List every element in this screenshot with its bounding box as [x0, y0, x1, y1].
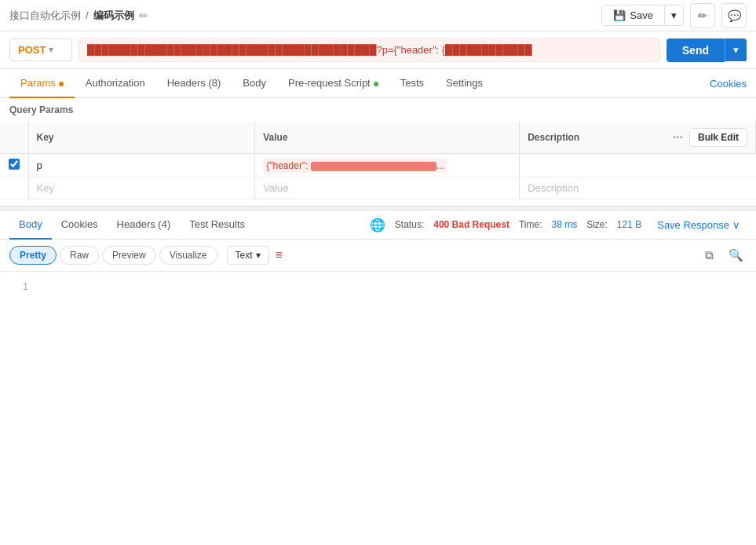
copy-button[interactable]: ⧉	[698, 244, 720, 266]
time-value: 38 ms	[551, 219, 577, 230]
pre-request-dot	[374, 82, 378, 86]
line-number-1: 1	[9, 282, 28, 293]
request-tabs-bar: Params Authorization Headers (8) Body Pr…	[0, 69, 756, 98]
status-label: Status:	[395, 219, 424, 230]
placeholder-key-cell[interactable]: Key	[28, 177, 255, 199]
query-params-label: Query Params	[0, 98, 756, 122]
response-tabs-bar: Body Cookies Headers (4) Test Results 🌐 …	[0, 210, 756, 240]
url-input[interactable]	[79, 38, 660, 62]
tab-tests[interactable]: Tests	[389, 69, 435, 98]
save-button[interactable]: 💾 Save	[602, 5, 664, 25]
params-dot	[59, 82, 64, 86]
save-disk-icon: 💾	[613, 9, 626, 21]
search-icon-symbol: 🔍	[729, 248, 743, 262]
save-dropdown-button[interactable]: ▾	[664, 5, 683, 25]
send-button[interactable]: Send	[667, 38, 725, 62]
size-value: 121 B	[617, 219, 641, 230]
edit-icon-button[interactable]: ✏	[690, 3, 715, 28]
status-value: 400 Bad Request	[433, 219, 509, 230]
text-format-chevron-icon: ▾	[256, 250, 261, 261]
top-bar: 接口自动化示例 / 编码示例 ✏ 💾 Save ▾ ✏ 💬	[0, 0, 756, 31]
cookies-link[interactable]: Cookies	[710, 70, 747, 97]
tab-body[interactable]: Body	[232, 69, 277, 98]
params-table: Key Value Description ··· Bulk Edit p	[0, 122, 756, 199]
comment-icon: 💬	[728, 9, 741, 22]
table-row: p {"header": ...	[0, 154, 756, 177]
text-format-dropdown[interactable]: Text ▾	[227, 246, 269, 265]
search-button[interactable]: 🔍	[725, 244, 747, 266]
th-description: Description ··· Bulk Edit	[520, 122, 756, 154]
size-label: Size:	[586, 219, 608, 230]
url-bar: POST ▾ Send ▾	[0, 31, 756, 69]
send-btn-group: Send ▾	[667, 38, 747, 62]
row-key-cell: p	[28, 154, 255, 177]
tab-pre-request-script[interactable]: Pre-request Script	[277, 69, 389, 98]
top-bar-actions: 💾 Save ▾ ✏ 💬	[601, 3, 747, 28]
tabs-right: Cookies	[710, 78, 747, 90]
time-label: Time:	[519, 219, 542, 230]
placeholder-key: Key	[37, 182, 54, 194]
placeholder-checkbox-cell	[0, 177, 28, 199]
breadcrumb-parent: 接口自动化示例	[9, 9, 81, 23]
row-value: {"header": ...	[263, 159, 447, 173]
save-response-button[interactable]: Save Response ∨	[651, 216, 747, 234]
row-checkbox-cell	[0, 154, 28, 177]
response-body: 1	[0, 272, 756, 366]
tab-params[interactable]: Params	[9, 69, 75, 98]
breadcrumb: 接口自动化示例 / 编码示例 ✏	[9, 9, 148, 23]
format-right-actions: ⧉ 🔍	[698, 244, 747, 266]
response-tab-headers[interactable]: Headers (4)	[108, 210, 181, 240]
row-description-cell	[520, 154, 756, 177]
response-status-bar: 🌐 Status: 400 Bad Request Time: 38 ms Si…	[370, 216, 747, 234]
response-tab-cookies[interactable]: Cookies	[52, 210, 108, 240]
save-label: Save	[630, 9, 653, 21]
placeholder-description-cell[interactable]: Description	[520, 177, 756, 199]
th-key: Key	[28, 122, 255, 154]
th-checkbox	[0, 122, 28, 154]
table-placeholder-row: Key Value Description	[0, 177, 756, 199]
response-section: Body Cookies Headers (4) Test Results 🌐 …	[0, 210, 756, 366]
globe-icon: 🌐	[370, 218, 385, 232]
placeholder-value-cell[interactable]: Value	[255, 177, 520, 199]
th-actions: ··· Bulk Edit	[673, 128, 747, 147]
text-format-label: Text	[236, 250, 253, 261]
format-bar: Pretty Raw Preview Visualize Text ▾ ≡ ⧉ …	[0, 240, 756, 272]
row-key: p	[37, 159, 42, 171]
more-options-icon[interactable]: ···	[673, 130, 683, 144]
params-table-header: Key Value Description ··· Bulk Edit	[0, 122, 756, 154]
tab-settings[interactable]: Settings	[435, 69, 494, 98]
filter-icon[interactable]: ≡	[276, 248, 283, 262]
th-value: Value	[255, 122, 520, 154]
format-raw-button[interactable]: Raw	[60, 246, 99, 265]
copy-icon-symbol: ⧉	[705, 248, 714, 262]
format-visualize-button[interactable]: Visualize	[159, 246, 217, 265]
method-label: POST	[18, 44, 46, 56]
method-chevron-icon: ▾	[49, 45, 53, 55]
send-dropdown-button[interactable]: ▾	[725, 38, 747, 61]
row-checkbox[interactable]	[9, 159, 20, 170]
tab-headers[interactable]: Headers (8)	[156, 69, 232, 98]
breadcrumb-edit-icon[interactable]: ✏	[139, 9, 148, 22]
response-tab-test-results[interactable]: Test Results	[180, 210, 254, 240]
method-selector[interactable]: POST ▾	[9, 38, 72, 61]
bulk-edit-button[interactable]: Bulk Edit	[689, 128, 747, 147]
response-tab-body[interactable]: Body	[9, 210, 52, 240]
format-pretty-button[interactable]: Pretty	[9, 246, 57, 265]
placeholder-description: Description	[528, 182, 579, 194]
breadcrumb-separator: /	[86, 9, 89, 21]
breadcrumb-current: 编码示例	[93, 9, 134, 23]
row-value-cell: {"header": ...	[255, 154, 520, 177]
save-btn-group: 💾 Save ▾	[601, 5, 684, 26]
placeholder-value: Value	[263, 182, 288, 194]
comment-icon-button[interactable]: 💬	[721, 3, 747, 28]
save-response-chevron-icon: ∨	[732, 219, 740, 231]
edit-icon: ✏	[698, 9, 707, 22]
format-preview-button[interactable]: Preview	[102, 246, 156, 265]
tab-authorization[interactable]: Authorization	[75, 69, 156, 98]
